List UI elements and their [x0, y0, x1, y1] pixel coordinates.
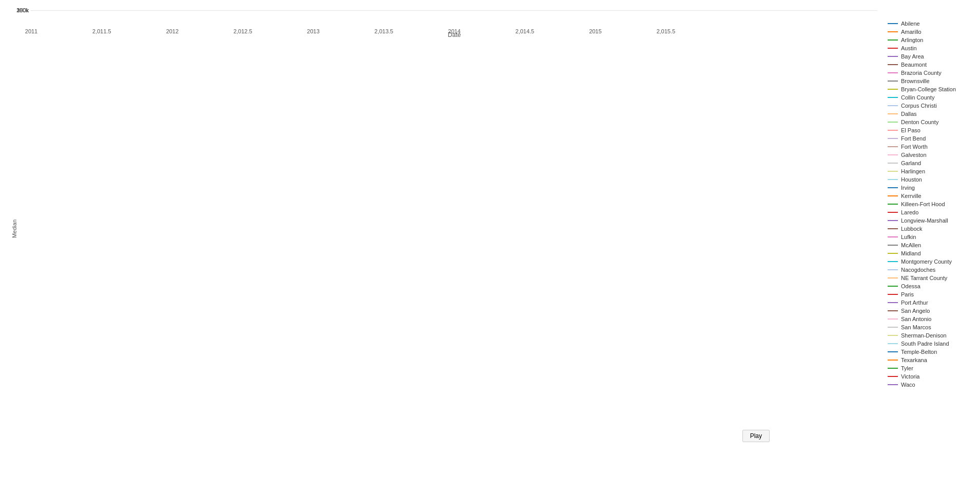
play-button[interactable]: Play [742, 430, 770, 442]
legend-item[interactable]: Galveston [888, 152, 975, 158]
legend-item[interactable]: Beaumont [888, 62, 975, 68]
legend-color-line [888, 113, 898, 114]
legend-item-label: San Antonio [901, 316, 931, 322]
legend-item-label: Bay Area [901, 53, 924, 59]
legend-item[interactable]: Brownsville [888, 78, 975, 84]
legend-item[interactable]: Midland [888, 250, 975, 256]
legend-item[interactable]: South Padre Island [888, 341, 975, 347]
legend-item[interactable]: Bay Area [888, 53, 975, 59]
x-tick-label: 2,012.5 [233, 28, 252, 34]
legend-item-label: Arlington [901, 37, 923, 43]
legend-color-line [888, 48, 898, 49]
legend-item[interactable]: Longview-Marshall [888, 217, 975, 224]
x-axis-label: Date [448, 31, 461, 38]
chart-container: Median 300k250k200k150k100k50k 20112,011… [0, 0, 980, 478]
legend-color-line [888, 286, 898, 287]
legend-color-line [888, 122, 898, 123]
legend-item[interactable]: Sherman-Denison [888, 332, 975, 338]
legend-item[interactable]: Waco [888, 382, 975, 388]
legend-item[interactable]: Irving [888, 185, 975, 191]
legend-item-label: Collin County [901, 94, 934, 101]
legend-color-line [888, 105, 898, 106]
legend-item[interactable]: Corpus Christi [888, 103, 975, 109]
legend-item-label: Brazoria County [901, 70, 942, 76]
legend-item[interactable]: Collin County [888, 94, 975, 101]
legend-item-label: Odessa [901, 283, 920, 289]
legend-item-label: Galveston [901, 152, 927, 158]
legend-item[interactable]: Lufkin [888, 234, 975, 240]
legend-item[interactable]: Arlington [888, 37, 975, 43]
legend-color-line [888, 351, 898, 352]
legend-color-line [888, 146, 898, 147]
legend-color-line [888, 360, 898, 361]
legend-item[interactable]: Port Arthur [888, 300, 975, 306]
legend-item[interactable]: NE Tarrant County [888, 275, 975, 281]
legend-color-line [888, 294, 898, 295]
legend-item-label: Killeen-Fort Hood [901, 201, 945, 207]
legend-item[interactable]: San Angelo [888, 308, 975, 314]
legend-item-label: Corpus Christi [901, 103, 937, 109]
legend-item[interactable]: Nacogdoches [888, 267, 975, 273]
legend-color-line [888, 384, 898, 385]
legend-item-label: Longview-Marshall [901, 217, 948, 224]
legend-item[interactable]: Austin [888, 45, 975, 51]
legend-item[interactable]: Paris [888, 291, 975, 297]
legend-item[interactable]: Fort Bend [888, 135, 975, 142]
legend-item[interactable]: Garland [888, 160, 975, 166]
legend-color-line [888, 171, 898, 172]
legend-color-line [888, 368, 898, 369]
legend-item[interactable]: Temple-Belton [888, 349, 975, 355]
legend-item[interactable]: Bryan-College Station [888, 86, 975, 92]
legend-item-label: Montgomery County [901, 258, 952, 265]
legend-item[interactable]: Lubbock [888, 226, 975, 232]
legend-item[interactable]: Montgomery County [888, 258, 975, 265]
legend-item-label: Midland [901, 250, 921, 256]
legend-color-line [888, 138, 898, 139]
legend-color-line [888, 310, 898, 311]
legend-item-label: Texarkana [901, 357, 927, 363]
legend-item[interactable]: Odessa [888, 283, 975, 289]
x-tick-label: 2012 [166, 28, 179, 34]
legend-item[interactable]: Harlingen [888, 168, 975, 174]
legend: AbileneAmarilloArlingtonAustinBay AreaBe… [877, 10, 980, 447]
legend-item[interactable]: Tyler [888, 365, 975, 371]
legend-item-label: Tyler [901, 365, 913, 371]
legend-color-line [888, 187, 898, 188]
legend-item[interactable]: Amarillo [888, 29, 975, 35]
legend-item-label: Harlingen [901, 168, 925, 174]
legend-item[interactable]: Killeen-Fort Hood [888, 201, 975, 207]
legend-item[interactable]: Fort Worth [888, 144, 975, 150]
legend-item-label: Amarillo [901, 29, 922, 35]
legend-item-label: Abilene [901, 21, 920, 27]
legend-item[interactable]: Texarkana [888, 357, 975, 363]
legend-item-label: Brownsville [901, 78, 930, 84]
x-tick-label: 2,014.5 [516, 28, 535, 34]
legend-item-label: Beaumont [901, 62, 927, 68]
legend-item[interactable]: Dallas [888, 111, 975, 117]
legend-item-label: Bryan-College Station [901, 86, 956, 92]
legend-item-label: San Marcos [901, 324, 931, 330]
legend-item-label: Fort Worth [901, 144, 928, 150]
legend-item[interactable]: Brazoria County [888, 70, 975, 76]
x-tick-label: 2011 [25, 28, 37, 34]
legend-item[interactable]: Abilene [888, 21, 975, 27]
legend-color-line [888, 269, 898, 270]
legend-item[interactable]: Kerrville [888, 193, 975, 199]
legend-item[interactable]: McAllen [888, 242, 975, 248]
x-tick-label: 2,015.5 [656, 28, 675, 34]
legend-item-label: McAllen [901, 242, 921, 248]
legend-item[interactable]: San Antonio [888, 316, 975, 322]
legend-item-label: Austin [901, 45, 917, 51]
y-tick-label: 50k [8, 7, 29, 13]
legend-item[interactable]: Denton County [888, 119, 975, 125]
legend-item[interactable]: Houston [888, 176, 975, 183]
legend-item[interactable]: El Paso [888, 127, 975, 133]
legend-color-line [888, 220, 898, 221]
legend-item[interactable]: Victoria [888, 373, 975, 380]
legend-item[interactable]: Laredo [888, 209, 975, 215]
legend-color-line [888, 204, 898, 205]
legend-color-line [888, 64, 898, 65]
legend-item-label: Irving [901, 185, 915, 191]
legend-item[interactable]: San Marcos [888, 324, 975, 330]
legend-color-line [888, 318, 898, 320]
